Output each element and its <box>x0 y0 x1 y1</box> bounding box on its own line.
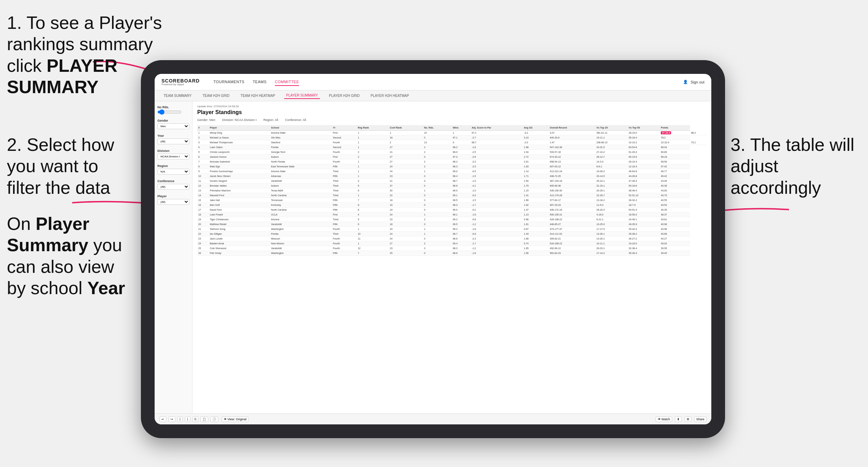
sub-nav-team-h2h-grid[interactable]: TEAM H2H GRID <box>201 93 232 99</box>
nav-items: TOURNAMENTS TEAMS COMMITTEE <box>213 78 299 86</box>
col-wins: Wins <box>452 125 471 131</box>
sub-nav-team-summary[interactable]: TEAM SUMMARY <box>162 93 194 99</box>
table-row: 20Matthew RiedelVanderbiltFifth618069.5-… <box>197 222 706 227</box>
download-button[interactable]: ⬇ <box>675 416 682 422</box>
table-row: 16Alex GoffKentuckyFifth819068.3-1.71.92… <box>197 203 706 208</box>
col-yr: Yr <box>332 125 357 131</box>
bottom-toolbar: ↩ ↪ ⟨ ⟩ ⎘ 📋 🕐 👁 View: Original 👁 Watch <box>155 413 711 424</box>
tablet-screen: SCOREBOARD Powered by clippd TOURNAMENTS… <box>155 74 711 424</box>
back-button[interactable]: ⟨ <box>177 416 183 422</box>
nav-item-tournaments[interactable]: TOURNAMENTS <box>213 78 244 86</box>
table-row: 26Petr HrubyWashingtonFifth725068.6-1.81… <box>197 251 706 256</box>
col-overall-record: Overall Record <box>549 125 596 131</box>
watch-icon: 👁 <box>658 418 661 421</box>
instruction-step3: 3. The table will adjust accordingly <box>731 134 861 198</box>
player-label: Player <box>157 194 189 198</box>
gender-label: Gender <box>157 119 189 122</box>
filter-region: Region N/A <box>157 164 189 175</box>
table-row: 4Luke ClatonFloridaSecond127268.2-1.61.9… <box>197 145 706 150</box>
table-row: 19Tiger ChristensenArizonaThird523269.2-… <box>197 217 706 222</box>
main-content: No Rds. Gender Men Year (All) <box>155 101 711 413</box>
paste-button[interactable]: 📋 <box>200 416 208 422</box>
no-rds-label: No Rds. <box>157 105 189 109</box>
conference-chip: Conference: All <box>285 118 306 122</box>
table-row: 21Taehoon SongWashingtonFourth123169.2-1… <box>197 227 706 232</box>
table-row: 2Michael Le SassoOle MissSecond118067.1-… <box>197 135 706 140</box>
year-label: Year <box>157 134 189 137</box>
year-select[interactable]: (All) <box>157 138 189 144</box>
standings-table: # Player School Yr Reg Rank Conf Rank No… <box>197 125 706 256</box>
table-row: 12Brendan ValdesAuburnThird537068.8-4.11… <box>197 184 706 188</box>
logo-main-text: SCOREBOARD <box>162 78 200 83</box>
table-row: 22Ian GilliganFloridaThird1024168.7-0.81… <box>197 232 706 236</box>
view-original-button[interactable]: 👁 View: Original <box>222 416 248 422</box>
col-avg-sg: Avg SG <box>523 125 549 131</box>
col-no-rds: No. Rds. <box>423 125 452 131</box>
table-row: 17David FordNorth CarolinaFifth819069.0-… <box>197 208 706 212</box>
clock-button[interactable]: 🕐 <box>210 416 218 422</box>
logo: SCOREBOARD Powered by clippd <box>162 78 200 86</box>
filter-gender: Gender Men <box>157 119 189 129</box>
gender-chip: Gender: Men <box>197 118 215 122</box>
filter-player: Player (All) <box>157 194 189 205</box>
instruction-step2: 2. Select how you want to filter the dat… <box>7 134 120 198</box>
conference-select[interactable]: (All) <box>157 184 189 190</box>
table-row: 25Cole SherwoodVanderbiltFourth1223068.3… <box>197 246 706 251</box>
division-select[interactable]: NCAA Division I <box>157 154 189 159</box>
col-vs-top50: Vs Top 50 <box>628 125 660 131</box>
nav-item-committee[interactable]: COMMITTEE <box>275 78 299 86</box>
sub-nav: TEAM SUMMARY TEAM H2H GRID TEAM H2H HEAT… <box>155 90 711 101</box>
nav-item-teams[interactable]: TEAMS <box>253 78 266 86</box>
table-title: Player Standings <box>197 109 706 115</box>
table-row: 18Luke PowellUCLAFirst424169.1-1.81.1350… <box>197 212 706 217</box>
col-reg-rank: Reg Rank <box>357 125 389 131</box>
table-row: 23Jack LundinMissouriFourth1124068.6-2.3… <box>197 236 706 241</box>
table-row: 5Christo LamprechtGeorgia TechFourth2212… <box>197 150 706 155</box>
table-row: 15Jake HallTennesseeFifth718068.5-1.51.6… <box>197 198 706 203</box>
table-row: 13Phichaksn MaichonTexas A&MThird630169.… <box>197 188 706 193</box>
table-row: 24Bastien AmatNew MexicoFourth127269.4-1… <box>197 241 706 246</box>
sub-nav-player-h2h-grid[interactable]: PLAYER H2H GRID <box>327 93 361 99</box>
sub-nav-player-summary[interactable]: PLAYER SUMMARY <box>284 92 320 99</box>
redo-button[interactable]: ↪ <box>168 416 175 422</box>
col-player: Player <box>209 125 270 131</box>
filter-year: Year (All) <box>157 134 189 144</box>
watch-label: Watch <box>661 418 670 421</box>
table-row: 7Nicholas GabrelcikNorth FloridaFourth12… <box>197 159 706 164</box>
player-select[interactable]: (All) <box>157 199 189 205</box>
region-label: Region <box>157 164 189 168</box>
nav-bar: SCOREBOARD Powered by clippd TOURNAMENTS… <box>155 74 711 90</box>
sign-out-link[interactable]: Sign out <box>691 80 704 84</box>
watch-button[interactable]: 👁 Watch <box>656 416 672 422</box>
instruction-bottom: On Player Summary you can also view by s… <box>7 213 131 299</box>
gender-select[interactable]: Men <box>157 123 189 129</box>
update-time: Update time: 27/03/2024 16:56:26 <box>197 105 706 108</box>
table-row: 9Preston SummerhaysArizona StateThird124… <box>197 169 706 174</box>
undo-button[interactable]: ↩ <box>159 416 166 422</box>
settings-button[interactable]: ⚙ <box>685 416 691 422</box>
toolbar-right: 👁 Watch ⬇ ⚙ Share <box>656 416 706 422</box>
filter-no-rds: No Rds. <box>157 105 189 114</box>
view-label: View: Original <box>227 418 246 421</box>
table-row: 6Jackson KoivunAuburnFirst227067.3-2.62.… <box>197 155 706 159</box>
sub-nav-player-h2h-heatmap[interactable]: PLAYER H2H HEATMAP <box>369 93 411 99</box>
table-area: Update time: 27/03/2024 16:56:26 Player … <box>192 101 711 413</box>
tablet-device: SCOREBOARD Powered by clippd TOURNAMENTS… <box>141 60 725 438</box>
no-rds-slider[interactable] <box>157 110 181 114</box>
table-row: 14Maxwell FordNorth CarolinaThird122069.… <box>197 193 706 198</box>
col-vs-top25: Vs Top 25 <box>596 125 628 131</box>
region-chip: Region: All <box>264 118 278 122</box>
copy-button[interactable]: ⎘ <box>192 416 198 422</box>
forward-button[interactable]: ⟩ <box>185 416 190 422</box>
table-row: 1Wenyi DingArizona StateFirst1115167.1-3… <box>197 131 706 135</box>
conference-label: Conference <box>157 179 189 183</box>
sub-nav-team-h2h-heatmap[interactable]: TEAM H2H HEATMAP <box>238 93 277 99</box>
table-row: 10Jacob Skov OlesenArkansasFifth123068.4… <box>197 174 706 179</box>
table-row: 8Mats EgeEast Tennessee StateFifth124268… <box>197 164 706 169</box>
filter-division: Division NCAA Division I <box>157 149 189 159</box>
share-button[interactable]: Share <box>694 416 706 422</box>
toolbar-center: 👁 View: Original <box>222 416 248 422</box>
region-select[interactable]: N/A <box>157 169 189 175</box>
col-adj-score: Adj. Score to Par <box>471 125 523 131</box>
col-school: School <box>270 125 332 131</box>
